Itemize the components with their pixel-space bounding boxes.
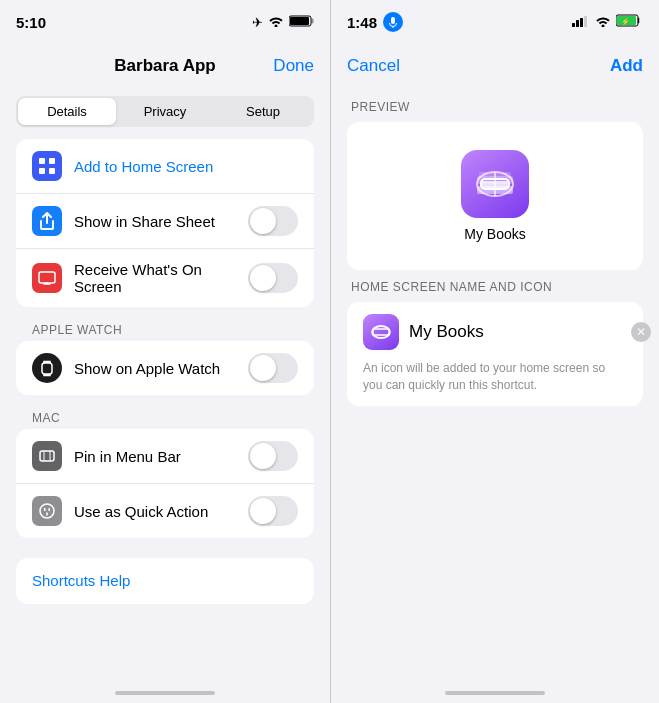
battery-icon: [289, 15, 314, 30]
toggle-knob-2: [250, 265, 276, 291]
add-button[interactable]: Add: [610, 56, 643, 76]
toggle-knob: [250, 208, 276, 234]
svg-rect-5: [39, 168, 45, 174]
svg-rect-14: [391, 17, 395, 24]
svg-point-29: [372, 326, 390, 338]
settings-group-main: Add to Home Screen Show in Share Sheet: [16, 139, 314, 307]
left-panel: 5:10 ✈ Barbara App Done Details Privacy …: [0, 0, 330, 703]
svg-rect-7: [39, 272, 55, 283]
name-icon-card: ✕ An icon will be added to your home scr…: [347, 302, 643, 406]
share-sheet-toggle[interactable]: [248, 206, 298, 236]
status-bar-left: 5:10 ✈: [0, 0, 330, 44]
add-home-icon: [32, 151, 62, 181]
svg-rect-2: [312, 18, 314, 23]
status-time-right: 1:48: [347, 14, 377, 31]
tab-details[interactable]: Details: [18, 98, 116, 125]
svg-point-12: [40, 504, 54, 518]
svg-rect-6: [49, 168, 55, 174]
done-button[interactable]: Done: [273, 56, 314, 76]
toggle-knob-3: [250, 355, 276, 381]
svg-rect-9: [40, 451, 54, 461]
tab-setup[interactable]: Setup: [214, 98, 312, 125]
shortcuts-help-group[interactable]: Shortcuts Help: [16, 558, 314, 604]
clear-input-button[interactable]: ✕: [631, 322, 651, 342]
name-icon-header: HOME SCREEN NAME AND ICON: [347, 280, 643, 294]
app-icon-small: [363, 314, 399, 350]
share-sheet-label: Show in Share Sheet: [74, 213, 248, 230]
receive-screen-label: Receive What's On Screen: [74, 261, 248, 295]
svg-rect-1: [290, 17, 309, 25]
add-home-label: Add to Home Screen: [74, 158, 298, 175]
name-input[interactable]: [409, 322, 621, 342]
svg-rect-8: [42, 363, 52, 374]
shortcuts-help-label[interactable]: Shortcuts Help: [32, 572, 130, 589]
pin-menu-icon: [32, 441, 62, 471]
share-sheet-icon: [32, 206, 62, 236]
mac-group: Pin in Menu Bar Use as Quick Action: [16, 429, 314, 538]
svg-rect-4: [49, 158, 55, 164]
receive-screen-toggle[interactable]: [248, 263, 298, 293]
pin-menu-row: Pin in Menu Bar: [16, 429, 314, 484]
battery-icon-right: ⚡: [616, 14, 643, 30]
quick-action-label: Use as Quick Action: [74, 503, 248, 520]
svg-rect-18: [580, 18, 583, 27]
name-icon-section: HOME SCREEN NAME AND ICON ✕ An icon will…: [347, 280, 643, 406]
quick-action-toggle[interactable]: [248, 496, 298, 526]
preview-header: PREVIEW: [347, 100, 643, 114]
apple-watch-label: Show on Apple Watch: [74, 360, 248, 377]
svg-rect-16: [572, 23, 575, 27]
apple-watch-row: Show on Apple Watch: [16, 341, 314, 395]
right-panel: 1:48: [330, 0, 659, 703]
home-indicator-left: [115, 691, 215, 695]
preview-app-name: My Books: [464, 226, 525, 242]
preview-section: PREVIEW My Books: [347, 100, 643, 270]
quick-action-row: Use as Quick Action: [16, 484, 314, 538]
apple-watch-section-label: APPLE WATCH: [0, 317, 330, 341]
toggle-knob-5: [250, 498, 276, 524]
status-time-left: 5:10: [16, 14, 46, 31]
svg-rect-3: [39, 158, 45, 164]
status-icons-right: ⚡: [572, 14, 643, 30]
home-indicator-right: [445, 691, 545, 695]
mac-section-label: MAC: [0, 405, 330, 429]
receive-screen-icon: [32, 263, 62, 293]
pin-menu-label: Pin in Menu Bar: [74, 448, 248, 465]
airplane-icon: ✈: [252, 15, 263, 30]
status-icons-left: ✈: [252, 15, 314, 30]
share-sheet-row: Show in Share Sheet: [16, 194, 314, 249]
add-home-row[interactable]: Add to Home Screen: [16, 139, 314, 194]
tab-privacy[interactable]: Privacy: [116, 98, 214, 125]
mic-badge: [383, 12, 403, 32]
name-icon-hint: An icon will be added to your home scree…: [363, 360, 627, 394]
svg-text:⚡: ⚡: [621, 17, 630, 26]
pin-menu-toggle[interactable]: [248, 441, 298, 471]
header-bar: Barbara App Done: [0, 44, 330, 88]
status-bar-right: 1:48: [331, 0, 659, 44]
segment-control: Details Privacy Setup: [16, 96, 314, 127]
page-title: Barbara App: [114, 56, 215, 76]
name-icon-input-row: ✕: [363, 314, 627, 350]
apple-watch-toggle[interactable]: [248, 353, 298, 383]
svg-rect-19: [584, 16, 587, 27]
apple-watch-icon: [32, 353, 62, 383]
apple-watch-group: Show on Apple Watch: [16, 341, 314, 395]
toggle-knob-4: [250, 443, 276, 469]
cancel-button[interactable]: Cancel: [347, 56, 400, 76]
signal-icon: [572, 15, 590, 30]
quick-action-icon: [32, 496, 62, 526]
preview-card: My Books: [347, 122, 643, 270]
wifi-icon: [268, 15, 284, 30]
app-icon-preview: [461, 150, 529, 218]
whats-on-screen-row: Receive What's On Screen: [16, 249, 314, 307]
nav-bar-right: Cancel Add: [331, 44, 659, 88]
shortcuts-help-row[interactable]: Shortcuts Help: [16, 558, 314, 604]
wifi-icon-right: [595, 15, 611, 30]
svg-rect-30: [373, 329, 389, 335]
svg-rect-17: [576, 20, 579, 27]
